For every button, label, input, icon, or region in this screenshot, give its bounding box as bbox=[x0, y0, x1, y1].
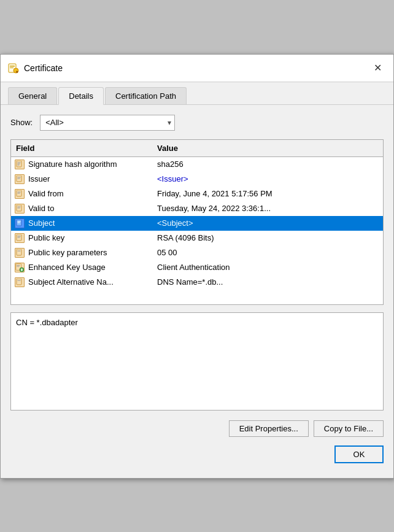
cert-field-icon bbox=[15, 204, 25, 214]
svg-rect-27 bbox=[17, 265, 20, 266]
cert-field-icon bbox=[15, 233, 25, 243]
cert-field-icon bbox=[15, 218, 25, 228]
cell-value: Tuesday, May 24, 2022 3:36:1... bbox=[152, 202, 383, 214]
detail-box: CN = *.dbadapter bbox=[10, 312, 384, 411]
detail-text: CN = *.dbadapter bbox=[16, 318, 78, 327]
cell-field: Subject Alternative Na... bbox=[11, 276, 152, 288]
table-row[interactable]: Public key parameters 05 00 bbox=[11, 245, 383, 260]
svg-rect-28 bbox=[17, 266, 19, 266]
title-bar-left: ★ Certificate bbox=[8, 63, 63, 74]
svg-rect-8 bbox=[18, 164, 20, 165]
svg-rect-1 bbox=[10, 66, 15, 67]
tab-general[interactable]: General bbox=[8, 87, 57, 104]
cert-field-icon bbox=[15, 277, 25, 287]
svg-rect-13 bbox=[18, 191, 21, 192]
svg-rect-31 bbox=[17, 279, 21, 285]
svg-rect-6 bbox=[18, 162, 21, 163]
cell-field: Public key bbox=[11, 232, 152, 244]
show-label: Show: bbox=[10, 118, 33, 127]
svg-rect-25 bbox=[18, 250, 21, 251]
col-header-field: Field bbox=[11, 142, 152, 154]
svg-rect-10 bbox=[18, 177, 21, 177]
dialog-content: Show: <All> Version 1 Fields Only Extens… bbox=[1, 105, 393, 478]
table-row[interactable]: Public key RSA (4096 Bits) bbox=[11, 231, 383, 245]
cell-value: 05 00 bbox=[152, 247, 383, 258]
cell-field: Subject bbox=[11, 217, 152, 229]
cert-field-icon bbox=[15, 174, 25, 184]
cell-value: Client Authentication bbox=[152, 261, 383, 273]
svg-rect-24 bbox=[17, 249, 21, 255]
certificate-dialog: ★ Certificate ✕ General Details Certific… bbox=[0, 54, 394, 479]
cert-enhanced-icon bbox=[15, 263, 25, 272]
fields-table: Field Value Signature hash algorithm sha… bbox=[10, 139, 384, 305]
table-row[interactable]: Subject Alternative Na... DNS Name=*.db.… bbox=[11, 275, 383, 290]
table-row[interactable]: Enhanced Key Usage Client Authentication bbox=[11, 260, 383, 275]
cell-value: RSA (4096 Bits) bbox=[152, 232, 383, 244]
close-button[interactable]: ✕ bbox=[369, 60, 386, 77]
table-header: Field Value bbox=[11, 140, 383, 157]
table-row[interactable]: Valid to Tuesday, May 24, 2022 3:36:1... bbox=[11, 201, 383, 216]
tab-details[interactable]: Details bbox=[58, 87, 104, 105]
cell-field: Signature hash algorithm bbox=[11, 158, 152, 171]
title-bar: ★ Certificate ✕ bbox=[1, 55, 393, 82]
cell-field: Valid from bbox=[11, 188, 152, 200]
svg-rect-14 bbox=[18, 193, 20, 193]
svg-text:★: ★ bbox=[15, 69, 18, 73]
svg-rect-16 bbox=[18, 206, 21, 207]
table-row[interactable]: Valid from Friday, June 4, 2021 5:17:56 … bbox=[11, 187, 383, 201]
tabs-bar: General Details Certification Path bbox=[1, 82, 393, 105]
ok-row: OK bbox=[10, 445, 384, 468]
cert-field-icon bbox=[15, 160, 25, 169]
svg-rect-22 bbox=[18, 236, 21, 236]
cell-field: Public key parameters bbox=[11, 247, 152, 259]
copy-to-file-button[interactable]: Copy to File... bbox=[314, 420, 384, 437]
cell-value: <Subject> bbox=[152, 217, 383, 229]
svg-rect-17 bbox=[18, 207, 20, 208]
svg-rect-23 bbox=[18, 237, 20, 237]
edit-properties-button[interactable]: Edit Properties... bbox=[229, 420, 309, 437]
certificate-title-icon: ★ bbox=[8, 63, 19, 74]
col-header-value: Value bbox=[152, 142, 383, 154]
show-select-wrapper: <All> Version 1 Fields Only Extensions O… bbox=[40, 115, 175, 131]
ok-button[interactable]: OK bbox=[334, 445, 384, 463]
cell-value: sha256 bbox=[152, 158, 383, 170]
cell-value: DNS Name=*.db... bbox=[152, 276, 383, 288]
svg-rect-7 bbox=[18, 163, 20, 164]
svg-rect-32 bbox=[18, 280, 21, 280]
cert-field-icon bbox=[15, 189, 25, 199]
svg-rect-11 bbox=[18, 178, 20, 179]
table-row-selected[interactable]: Subject <Subject> bbox=[11, 216, 383, 231]
tab-certification-path[interactable]: Certification Path bbox=[105, 87, 187, 104]
cell-value-link: <Issuer> bbox=[152, 173, 383, 185]
cell-field: Enhanced Key Usage bbox=[11, 261, 152, 274]
show-select[interactable]: <All> Version 1 Fields Only Extensions O… bbox=[40, 115, 175, 131]
svg-rect-2 bbox=[10, 67, 14, 68]
cert-field-icon bbox=[15, 248, 25, 258]
svg-rect-20 bbox=[18, 222, 20, 223]
cell-field: Valid to bbox=[11, 202, 152, 215]
table-row[interactable]: Issuer <Issuer> bbox=[11, 172, 383, 187]
svg-rect-19 bbox=[18, 221, 21, 222]
show-row: Show: <All> Version 1 Fields Only Extens… bbox=[10, 115, 384, 131]
table-body: Signature hash algorithm sha256 Issuer <… bbox=[11, 157, 383, 304]
dialog-title: Certificate bbox=[24, 63, 63, 73]
cell-field: Issuer bbox=[11, 173, 152, 185]
table-row[interactable]: Signature hash algorithm sha256 bbox=[11, 157, 383, 172]
cell-value: Friday, June 4, 2021 5:17:56 PM bbox=[152, 188, 383, 199]
action-buttons: Edit Properties... Copy to File... bbox=[10, 420, 384, 437]
